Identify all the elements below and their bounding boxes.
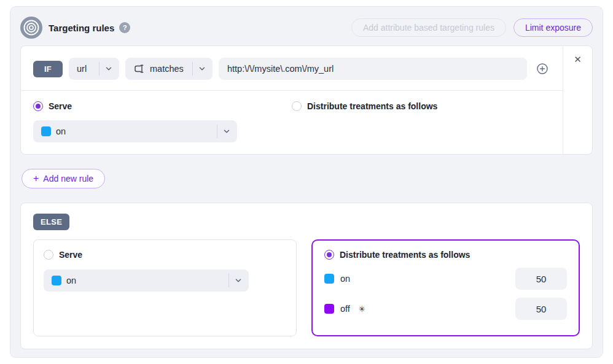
default-rule-options: Serve on Distribute treatments as follow… <box>33 239 580 336</box>
matcher-value-input[interactable] <box>219 58 527 80</box>
dropdown-divider <box>217 125 217 138</box>
plus-icon: + <box>33 174 39 184</box>
distribute-label: Distribute treatments as follows <box>340 250 470 260</box>
matcher-dropdown-value: matches <box>150 64 184 74</box>
distribute-radio-option[interactable]: Distribute treatments as follows <box>324 250 567 260</box>
serve-label: Serve <box>49 101 72 111</box>
else-badge: ELSE <box>33 214 69 230</box>
page: Targeting rules ? Add attribute based ta… <box>0 0 613 364</box>
page-title: Targeting rules <box>49 23 114 33</box>
dropdown-divider <box>192 62 193 76</box>
treatment-dropdown-value: on <box>66 276 76 285</box>
treatment-row: off ✳ <box>324 298 567 320</box>
radio-selected-icon[interactable] <box>324 250 334 260</box>
target-icon <box>20 17 42 39</box>
default-treatment-asterisk-icon: ✳ <box>359 304 365 314</box>
treatment-percent-input[interactable] <box>515 298 567 320</box>
attribute-dropdown[interactable]: url <box>69 58 119 80</box>
targeting-rules-panel: Targeting rules ? Add attribute based ta… <box>10 6 603 358</box>
treatment-color-swatch <box>52 276 61 285</box>
matcher-dropdown[interactable]: matches <box>125 58 213 80</box>
add-new-rule-label: Add new rule <box>43 174 93 184</box>
condition-row: IF url matches <box>21 46 563 91</box>
radio-selected-icon[interactable] <box>33 101 43 111</box>
chevron-down-icon <box>222 127 231 136</box>
treatment-row: on <box>324 268 567 290</box>
serve-radio-option[interactable]: Serve <box>33 101 292 111</box>
treatment-name: on <box>340 274 350 284</box>
string-type-icon <box>133 64 145 74</box>
help-icon[interactable]: ? <box>119 22 130 33</box>
distribute-label: Distribute treatments as follows <box>307 101 437 111</box>
radio-unselected-icon[interactable] <box>44 250 53 260</box>
treatment-percent-input[interactable] <box>515 268 567 290</box>
treatment-color-swatch <box>324 304 334 314</box>
default-rule-card: ELSE Serve on <box>20 203 593 349</box>
close-rule-icon[interactable]: ✕ <box>574 55 582 64</box>
chevron-down-icon <box>104 64 113 73</box>
rule-main: IF url matches <box>21 46 563 154</box>
rule-side-column: ✕ <box>563 46 592 154</box>
dropdown-divider <box>228 274 229 287</box>
treatment-dropdown[interactable]: on <box>33 120 237 142</box>
treatment-name: off <box>340 304 350 314</box>
chevron-down-icon <box>198 64 206 73</box>
add-condition-icon[interactable] <box>534 61 550 77</box>
radio-unselected-icon[interactable] <box>292 101 302 111</box>
if-badge: IF <box>33 61 63 77</box>
treatment-dropdown-value: on <box>56 126 66 136</box>
dropdown-divider <box>99 62 100 76</box>
targeting-rule-card: IF url matches <box>20 45 593 155</box>
attribute-dropdown-value: url <box>77 64 87 74</box>
serve-radio-option[interactable]: Serve <box>44 250 286 260</box>
panel-header: Targeting rules ? Add attribute based ta… <box>20 15 593 41</box>
chevron-down-icon <box>234 276 243 285</box>
serve-mode-row: Serve Distribute treatments as follows <box>21 91 563 111</box>
treatment-dropdown[interactable]: on <box>44 269 249 292</box>
distribute-radio-option[interactable]: Distribute treatments as follows <box>292 101 550 111</box>
limit-exposure-button[interactable]: Limit exposure <box>513 18 593 37</box>
distribute-option-card[interactable]: Distribute treatments as follows on off … <box>311 239 580 336</box>
treatment-color-swatch <box>41 126 51 136</box>
add-attribute-rules-button[interactable]: Add attribute based targeting rules <box>351 18 506 37</box>
serve-label: Serve <box>59 250 82 260</box>
add-new-rule-button[interactable]: + Add new rule <box>21 169 105 188</box>
treatment-color-swatch <box>324 274 334 284</box>
serve-option-card[interactable]: Serve on <box>33 239 297 336</box>
